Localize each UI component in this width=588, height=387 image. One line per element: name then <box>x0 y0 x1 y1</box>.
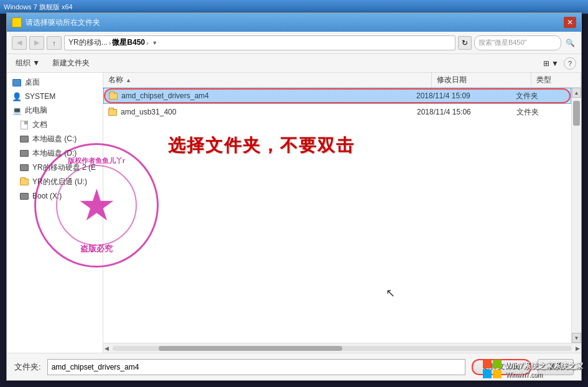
scroll-thumb[interactable] <box>573 101 580 126</box>
main-content: 桌面 👤 SYSTEM 💻 此电脑 文档 本地磁盘 (C:) 本地磁盘 (D:) <box>7 73 581 353</box>
vertical-scrollbar[interactable]: ▲ ▼ <box>571 88 581 343</box>
doc-icon <box>19 120 29 130</box>
file-list: amd_chipset_drivers_am4 2018/11/4 15:09 … <box>103 88 571 343</box>
file-date-1: 2018/11/4 15:06 <box>417 108 516 116</box>
address-part-1: YR的移动... <box>68 37 108 48</box>
folder-icon-yr <box>19 177 29 187</box>
sidebar-label-c: 本地磁盘 (C:) <box>32 134 77 144</box>
windows-logo <box>483 360 503 380</box>
col-header-date[interactable]: 修改日期 <box>432 73 531 87</box>
file-type-1: 文件夹 <box>516 107 566 118</box>
column-headers: 名称 ▲ 修改日期 类型 <box>103 73 581 88</box>
col-type-label: 类型 <box>536 75 551 85</box>
taskbar-title: Windows 7 旗舰版 x64 <box>4 2 73 12</box>
folder-input[interactable] <box>47 359 465 375</box>
hscroll-thumb[interactable] <box>159 346 342 351</box>
sidebar-item-docs[interactable]: 文档 <box>7 118 103 132</box>
sidebar-label-desktop: 桌面 <box>25 77 40 88</box>
win-brand-1: Win7系统之家系统之家 <box>505 361 583 371</box>
col-name-label: 名称 <box>108 75 123 85</box>
sidebar-item-boot[interactable]: Boot (X:) <box>7 189 103 203</box>
sidebar-label-boot: Boot (X:) <box>32 192 62 200</box>
sidebar-label-docs: 文档 <box>32 119 47 130</box>
hscroll-left[interactable]: ◀ <box>103 345 110 352</box>
sidebar-item-computer[interactable]: 💻 此电脑 <box>7 103 103 118</box>
hscroll-track <box>113 346 572 351</box>
svg-rect-0 <box>483 360 492 368</box>
sidebar-item-local-c[interactable]: 本地磁盘 (C:) <box>7 132 103 146</box>
back-button[interactable]: ◀ <box>12 36 27 50</box>
up-button[interactable]: ↑ <box>47 36 62 50</box>
sort-arrow: ▲ <box>126 77 131 83</box>
scroll-down-button[interactable]: ▼ <box>572 333 581 343</box>
file-area: 名称 ▲ 修改日期 类型 amd_ <box>103 73 581 353</box>
dialog-title: 请选择驱动所在文件夹 <box>26 17 564 28</box>
help-label: ? <box>568 60 572 67</box>
file-name-1: amd_usb31_400 <box>108 108 417 116</box>
file-name-text-1: amd_usb31_400 <box>121 108 176 116</box>
svg-rect-2 <box>483 370 492 378</box>
sidebar-item-yr-hdd[interactable]: YR的移动硬盘 2 (E <box>7 161 103 175</box>
dialog-close-button[interactable]: ✕ <box>564 17 576 28</box>
search-icon[interactable]: 🔍 <box>564 35 576 50</box>
file-row-0[interactable]: amd_chipset_drivers_am4 2018/11/4 15:09 … <box>103 88 571 104</box>
sidebar-label-d: 本地磁盘 (D:) <box>32 148 77 159</box>
col-date-label: 修改日期 <box>437 75 467 85</box>
top-taskbar: Windows 7 旗舰版 x64 <box>0 0 588 14</box>
view-toggle-button[interactable]: ⊞ ▼ <box>539 58 562 69</box>
winwin-badge: Win7系统之家系统之家 Winwin7.com <box>483 360 583 380</box>
view-icon: ⊞ ▼ <box>543 59 559 68</box>
file-type-0: 文件夹 <box>516 91 566 101</box>
hdd-icon-c <box>19 134 29 144</box>
view-options: ⊞ ▼ ? <box>539 57 576 70</box>
desktop-icon <box>12 78 22 88</box>
address-bar[interactable]: YR的移动... › 微星B450 › ▼ <box>64 35 455 50</box>
new-folder-label: 新建文件夹 <box>52 58 90 68</box>
search-box[interactable]: 搜索"微星B450" <box>474 35 561 50</box>
folder-icon-0 <box>109 93 118 100</box>
new-folder-button[interactable]: 新建文件夹 <box>49 57 93 70</box>
scroll-track <box>572 98 581 333</box>
forward-button[interactable]: ▶ <box>29 36 44 50</box>
hdd-icon-yr <box>19 163 29 173</box>
person-icon: 👤 <box>12 91 22 101</box>
file-row-1[interactable]: amd_usb31_400 2018/11/4 15:06 文件夹 <box>103 104 571 120</box>
help-button[interactable]: ? <box>564 57 576 70</box>
sidebar-item-local-d[interactable]: 本地磁盘 (D:) <box>7 146 103 161</box>
sidebar: 桌面 👤 SYSTEM 💻 此电脑 文档 本地磁盘 (C:) 本地磁盘 (D:) <box>7 73 103 353</box>
hdd-icon-boot <box>19 191 29 201</box>
folder-icon-1 <box>108 109 117 116</box>
file-name-0: amd_chipset_drivers_am4 <box>109 91 416 100</box>
win-brand-2: Winwin7.com <box>505 371 583 378</box>
col-header-type[interactable]: 类型 <box>531 73 581 87</box>
sidebar-item-system[interactable]: 👤 SYSTEM <box>7 90 103 103</box>
col-header-name[interactable]: 名称 ▲ <box>103 73 432 87</box>
organize-button[interactable]: 组织 ▼ <box>12 57 44 70</box>
annotation-text: 选择文件夹，不要双击 <box>168 134 355 157</box>
sidebar-item-yr-quick[interactable]: YR的优启通 (U:) <box>7 175 103 189</box>
svg-rect-1 <box>493 360 502 368</box>
sidebar-label-yr: YR的移动硬盘 2 (E <box>32 162 96 173</box>
file-dialog: 请选择驱动所在文件夹 ✕ ◀ ▶ ↑ YR的移动... › 微星B450 › ▼… <box>6 12 582 381</box>
sidebar-label-computer: 此电脑 <box>25 105 47 116</box>
organize-label: 组织 ▼ <box>16 58 40 68</box>
sidebar-label-yr-quick: YR的优启通 (U:) <box>32 177 87 187</box>
file-date-0: 2018/11/4 15:09 <box>416 91 516 100</box>
address-current: 微星B450 <box>112 37 145 48</box>
sidebar-item-desktop[interactable]: 桌面 <box>7 75 103 90</box>
sidebar-label-system: SYSTEM <box>25 92 55 101</box>
svg-rect-3 <box>493 370 502 378</box>
winwin-text: Win7系统之家系统之家 Winwin7.com <box>505 361 583 378</box>
horizontal-scrollbar[interactable]: ◀ ▶ <box>103 343 581 353</box>
dialog-titlebar: 请选择驱动所在文件夹 ✕ <box>7 13 581 32</box>
address-separator-1: › <box>109 39 111 47</box>
refresh-button[interactable]: ↻ <box>458 36 472 50</box>
address-dropdown-icon[interactable]: ▼ <box>149 40 161 46</box>
scroll-up-button[interactable]: ▲ <box>572 88 581 98</box>
folder-icon-title <box>12 17 22 27</box>
hdd-icon-d <box>19 149 29 159</box>
folder-label: 文件夹: <box>14 361 41 373</box>
computer-icon: 💻 <box>12 106 22 116</box>
hscroll-right[interactable]: ▶ <box>574 345 581 352</box>
organize-toolbar: 组织 ▼ 新建文件夹 ⊞ ▼ ? <box>7 54 581 73</box>
